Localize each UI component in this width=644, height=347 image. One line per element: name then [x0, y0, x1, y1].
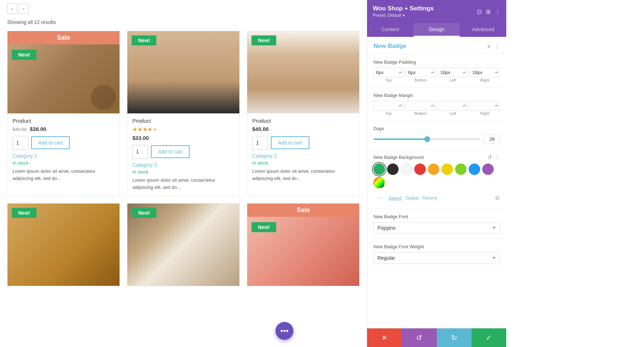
badge-font-weight-group: New Badge Font Weight Regular Bold Light…: [367, 239, 506, 269]
swatch-white[interactable]: [401, 163, 412, 175]
days-value-input[interactable]: [484, 134, 500, 144]
color-tab-saved[interactable]: Saved: [389, 195, 402, 201]
price-row-2: $33.00: [132, 135, 234, 141]
tab-content[interactable]: Content: [367, 23, 414, 37]
tab-design[interactable]: Design: [414, 23, 460, 37]
product-area: ‹ › Showing all 12 results Sale New! Pro…: [0, 0, 367, 347]
tab-advanced[interactable]: Advanced: [460, 23, 506, 37]
redo-button[interactable]: ↻: [437, 328, 472, 347]
background-label: New Badge Background: [374, 155, 485, 160]
add-to-cart-row-3: Add to cart: [252, 136, 354, 150]
swatch-green[interactable]: [374, 163, 385, 175]
padding-right-label: Right: [480, 78, 489, 82]
qty-input-3[interactable]: [252, 136, 268, 150]
margin-top-row: ⇄: [374, 101, 404, 111]
new-badge-4: New!: [12, 208, 36, 218]
qty-input-2[interactable]: [132, 145, 148, 158]
category-link-2[interactable]: Category 3: [132, 162, 234, 168]
panel-tabs: Content Design Advanced: [367, 23, 506, 37]
page-next-btn[interactable]: ›: [19, 4, 29, 14]
product-info-3: Product $45.00 Add to cart Category 2 In…: [247, 113, 359, 187]
padding-right-wrap: ⇄ Right: [470, 68, 500, 82]
page-prev-btn[interactable]: ‹: [7, 4, 17, 14]
preset-chevron-icon: ▾: [402, 13, 405, 18]
padding-label: New Badge Padding: [374, 59, 500, 65]
undo-button[interactable]: ↺: [402, 328, 436, 347]
padding-top-row: ⇄: [374, 68, 404, 77]
qty-input-1[interactable]: [13, 136, 28, 150]
margin-right-input[interactable]: [470, 101, 494, 110]
save-button[interactable]: ✓: [472, 328, 506, 347]
background-more-icon[interactable]: ⋮: [495, 154, 500, 160]
product-card-6: Sale New!: [247, 203, 360, 286]
padding-top-unit-icon[interactable]: ⇄: [397, 70, 403, 74]
add-to-cart-btn-1[interactable]: Add to cart: [31, 136, 70, 149]
section-collapse-icon[interactable]: ∧: [487, 43, 491, 50]
swatch-orange[interactable]: [428, 163, 439, 175]
new-badge-6: New!: [252, 222, 276, 232]
panel-camera-icon[interactable]: ⊡: [477, 8, 482, 15]
section-more-icon[interactable]: ⋮: [494, 43, 500, 50]
margin-right-unit-icon[interactable]: ⇄: [494, 104, 499, 108]
swatch-black[interactable]: [387, 163, 399, 175]
product-info-2: Product ★★★★★ $33.00 Add to cart Categor…: [127, 113, 239, 196]
margin-bottom-wrap: ⇄ Bottom: [406, 101, 436, 116]
padding-left-unit-icon[interactable]: ⇄: [462, 70, 467, 74]
margin-left-wrap: ⇄ Left: [438, 101, 468, 116]
price-new-1: $38.00: [30, 126, 46, 132]
margin-top-input[interactable]: [374, 101, 397, 110]
price-row-3: $45.00: [252, 126, 354, 132]
category-link-3[interactable]: Category 2: [252, 153, 354, 159]
cancel-button[interactable]: ✕: [367, 328, 402, 347]
price-row-1: $42.00 $38.00: [13, 126, 114, 132]
panel-grid-icon[interactable]: ⊞: [486, 8, 491, 15]
padding-right-unit-icon[interactable]: ⇄: [494, 70, 499, 74]
more-colors-icon[interactable]: ···: [374, 192, 385, 204]
color-tab-recent[interactable]: Recent: [422, 195, 437, 201]
padding-left-input[interactable]: [438, 68, 462, 77]
settings-panel: Woo Shop + Settings Preset: Default ▾ ⊡ …: [367, 0, 506, 347]
product-card-5: New!: [127, 203, 240, 286]
margin-label: New Badge Margin: [374, 93, 500, 98]
margin-top-unit-icon[interactable]: ⇄: [397, 104, 403, 108]
panel-more-icon[interactable]: ⋮: [495, 8, 501, 15]
panel-preset: Preset: Default ▾: [373, 13, 434, 18]
margin-bottom-input[interactable]: [406, 101, 430, 110]
panel-header-icons: ⊡ ⊞ ⋮: [477, 8, 501, 15]
margin-left-unit-icon[interactable]: ⇄: [462, 104, 467, 108]
padding-right-input[interactable]: [470, 68, 494, 77]
swatch-purple[interactable]: [482, 163, 494, 175]
swatch-yellow[interactable]: [441, 163, 453, 175]
color-tab-global[interactable]: Global: [405, 195, 419, 201]
font-weight-select[interactable]: Regular Bold Light Medium SemiBold: [374, 252, 500, 264]
new-badge-margin-group: New Badge Margin ⇄ Top ⇄: [367, 88, 506, 121]
add-to-cart-btn-3[interactable]: Add to cart: [271, 136, 309, 149]
font-weight-label: New Badge Font Weight: [374, 244, 500, 249]
category-link-1[interactable]: Category 1: [13, 153, 114, 159]
padding-bottom-label: Bottom: [414, 78, 427, 82]
pagination: ‹ ›: [7, 4, 360, 14]
background-reset-icon[interactable]: ↺: [488, 154, 492, 160]
margin-bottom-unit-icon[interactable]: ⇄: [430, 104, 435, 108]
product-grid: Sale New! Product $42.00 $38.00 Add to c…: [7, 31, 360, 286]
swatch-custom[interactable]: [374, 177, 385, 189]
stars-2: ★★★★★: [132, 126, 234, 133]
panel-footer: ✕ ↺ ↻ ✓: [367, 328, 506, 347]
product-card-3: New! Product $45.00 Add to cart Category…: [247, 31, 360, 196]
fab-icon: •••: [280, 326, 288, 336]
swatch-lime[interactable]: [455, 163, 467, 175]
swatch-red[interactable]: [414, 163, 426, 175]
font-label: New Badge Font: [374, 214, 500, 219]
color-settings-icon[interactable]: ⚙: [495, 195, 500, 201]
add-to-cart-btn-2[interactable]: Add to cart: [151, 145, 190, 158]
padding-bottom-unit-icon[interactable]: ⇄: [430, 70, 435, 74]
days-slider[interactable]: [374, 138, 480, 140]
product-image-6: Sale New!: [247, 204, 359, 286]
swatch-blue[interactable]: [469, 163, 480, 175]
padding-bottom-input[interactable]: [406, 68, 430, 77]
fab-button[interactable]: •••: [275, 322, 293, 340]
padding-top-input[interactable]: [374, 68, 397, 77]
margin-left-input[interactable]: [438, 101, 462, 110]
panel-header-left: Woo Shop + Settings Preset: Default ▾: [373, 5, 434, 18]
font-select[interactable]: Poppins Arial Georgia Roboto Open Sans: [374, 222, 500, 234]
